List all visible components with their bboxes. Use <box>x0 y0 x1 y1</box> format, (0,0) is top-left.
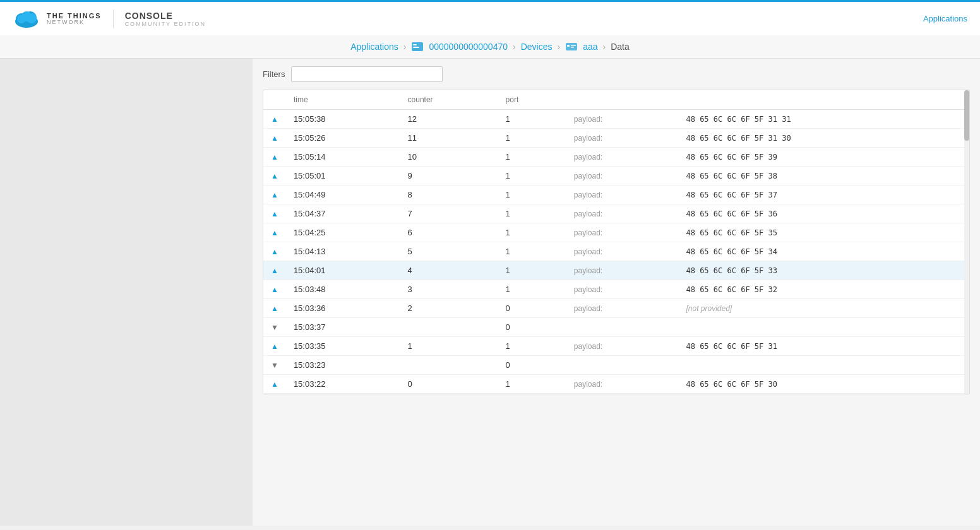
direction-cell: ▲ <box>263 167 286 186</box>
col-payload-label <box>566 90 679 110</box>
content-area: Filters time counter port ▲15:05:38121 <box>253 59 980 526</box>
breadcrumb-applications[interactable]: Applications <box>350 42 398 52</box>
col-port: port <box>498 90 566 110</box>
counter-cell: 10 <box>400 148 498 167</box>
port-cell: 0 <box>498 318 566 337</box>
breadcrumb-device-id[interactable]: aaa <box>583 42 597 52</box>
data-table: time counter port ▲15:05:38121payload:48… <box>263 90 969 394</box>
port-cell: 1 <box>498 280 566 299</box>
payload-value: 48 65 6C 6C 6F 5F 31 <box>686 342 777 351</box>
payload-label: payload: <box>574 153 602 162</box>
filters-input[interactable] <box>291 66 443 82</box>
table-row[interactable]: ▲15:05:26111payload:48 65 6C 6C 6F 5F 31… <box>263 129 969 148</box>
payload-value-cell: 48 65 6C 6C 6F 5F 30 <box>678 375 969 394</box>
time-cell: 15:04:01 <box>286 261 400 280</box>
scrollbar[interactable] <box>964 90 969 394</box>
payload-value-cell: [not provided] <box>678 299 969 318</box>
payload-value: 48 65 6C 6C 6F 5F 32 <box>686 285 777 294</box>
payload-label: payload: <box>574 172 602 180</box>
direction-cell: ▲ <box>263 129 286 148</box>
time-cell: 15:05:01 <box>286 167 400 186</box>
table-row[interactable]: ▲15:04:3771payload:48 65 6C 6C 6F 5F 36 <box>263 204 969 223</box>
table-row[interactable]: ▲15:04:2561payload:48 65 6C 6C 6F 5F 35 <box>263 223 969 242</box>
time-cell: 15:03:37 <box>286 318 400 337</box>
brand-sub: NETWORK <box>47 20 102 26</box>
up-arrow-icon: ▲ <box>271 134 278 143</box>
col-direction <box>263 90 286 110</box>
counter-cell: 4 <box>400 261 498 280</box>
logo-icon <box>13 9 40 29</box>
down-arrow-icon: ▼ <box>271 361 278 370</box>
payload-value-cell: 48 65 6C 6C 6F 5F 38 <box>678 167 969 186</box>
payload-value-cell: 48 65 6C 6C 6F 5F 37 <box>678 186 969 204</box>
payload-label-cell: payload: <box>566 261 679 280</box>
console-subtitle: COMMUNITY EDITION <box>125 21 206 27</box>
brand-text: THE THINGS NETWORK <box>47 12 102 26</box>
breadcrumb-devices[interactable]: Devices <box>521 42 553 52</box>
table-row[interactable]: ▲15:05:14101payload:48 65 6C 6C 6F 5F 39 <box>263 148 969 167</box>
payload-value-cell <box>678 356 969 375</box>
counter-cell <box>400 356 498 375</box>
direction-cell: ▲ <box>263 223 286 242</box>
table-row[interactable]: ▲15:03:3620payload:[not provided] <box>263 299 969 318</box>
up-arrow-icon: ▲ <box>271 247 278 256</box>
filters-label: Filters <box>263 69 285 79</box>
payload-label-cell: payload: <box>566 223 679 242</box>
breadcrumb-app-id[interactable]: 0000000000000470 <box>429 42 508 52</box>
scrollbar-thumb[interactable] <box>964 90 969 141</box>
breadcrumb: Applications › 0000000000000470 › Device… <box>0 35 980 59</box>
counter-cell: 9 <box>400 167 498 186</box>
payload-label: payload: <box>574 191 602 199</box>
table-row[interactable]: ▲15:05:38121payload:48 65 6C 6C 6F 5F 31… <box>263 110 969 129</box>
port-cell: 1 <box>498 148 566 167</box>
payload-label-cell: payload: <box>566 242 679 261</box>
up-arrow-icon: ▲ <box>271 304 278 313</box>
direction-cell: ▲ <box>263 110 286 129</box>
svg-rect-7 <box>413 44 417 45</box>
time-cell: 15:04:25 <box>286 223 400 242</box>
app-icon <box>411 42 424 52</box>
payload-label-cell: payload: <box>566 299 679 318</box>
table-row[interactable]: ▲15:04:4981payload:48 65 6C 6C 6F 5F 37 <box>263 186 969 204</box>
payload-label-cell: payload: <box>566 204 679 223</box>
direction-cell: ▲ <box>263 261 286 280</box>
time-cell: 15:03:35 <box>286 337 400 356</box>
table-row[interactable]: ▲15:05:0191payload:48 65 6C 6C 6F 5F 38 <box>263 167 969 186</box>
nav-applications[interactable]: Applications <box>923 14 967 23</box>
port-cell: 1 <box>498 261 566 280</box>
payload-label: payload: <box>574 380 602 389</box>
up-arrow-icon: ▲ <box>271 191 278 199</box>
table-row[interactable]: ▲15:03:3511payload:48 65 6C 6C 6F 5F 31 <box>263 337 969 356</box>
payload-value-cell: 48 65 6C 6C 6F 5F 31 <box>678 337 969 356</box>
payload-value: 48 65 6C 6C 6F 5F 37 <box>686 191 777 199</box>
table-row[interactable]: ▼15:03:370 <box>263 318 969 337</box>
payload-value: 48 65 6C 6C 6F 5F 31 30 <box>686 134 791 143</box>
table-row[interactable]: ▲15:03:2201payload:48 65 6C 6C 6F 5F 30 <box>263 375 969 394</box>
table-row[interactable]: ▲15:04:0141payload:48 65 6C 6C 6F 5F 33 <box>263 261 969 280</box>
table-row[interactable]: ▲15:03:4831payload:48 65 6C 6C 6F 5F 32 <box>263 280 969 299</box>
table-row[interactable]: ▲15:04:1351payload:48 65 6C 6C 6F 5F 34 <box>263 242 969 261</box>
direction-cell: ▲ <box>263 186 286 204</box>
up-arrow-icon: ▲ <box>271 172 278 180</box>
counter-cell: 11 <box>400 129 498 148</box>
table-header: time counter port <box>263 90 969 110</box>
direction-cell: ▲ <box>263 204 286 223</box>
port-cell: 1 <box>498 167 566 186</box>
port-cell: 1 <box>498 337 566 356</box>
port-cell: 1 <box>498 204 566 223</box>
time-cell: 15:03:48 <box>286 280 400 299</box>
payload-label-cell: payload: <box>566 129 679 148</box>
counter-cell: 7 <box>400 204 498 223</box>
svg-rect-12 <box>571 47 574 48</box>
payload-value-cell: 48 65 6C 6C 6F 5F 32 <box>678 280 969 299</box>
col-payload-value <box>678 90 969 110</box>
payload-label-cell: payload: <box>566 148 679 167</box>
payload-label: payload: <box>574 285 602 294</box>
table-row[interactable]: ▼15:03:230 <box>263 356 969 375</box>
payload-value: 48 65 6C 6C 6F 5F 36 <box>686 209 777 218</box>
payload-label-cell: payload: <box>566 280 679 299</box>
console-title: CONSOLE <box>125 11 206 21</box>
payload-value-cell: 48 65 6C 6C 6F 5F 35 <box>678 223 969 242</box>
payload-value-cell: 48 65 6C 6C 6F 5F 36 <box>678 204 969 223</box>
payload-label-cell: payload: <box>566 167 679 186</box>
